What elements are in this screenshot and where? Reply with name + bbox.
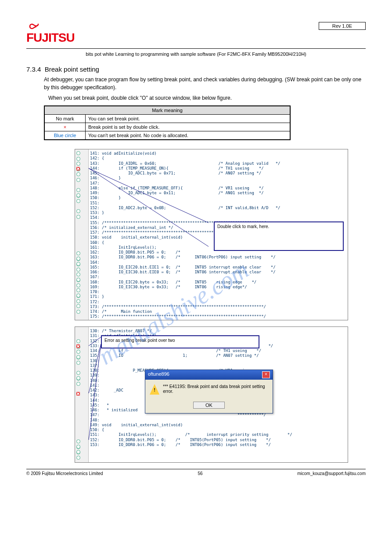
paragraph-1: At debugger, you can trace program flow … [44, 76, 366, 91]
page-footer: © 2009 Fujitsu Microelectronics Limited … [0, 469, 392, 476]
warning-icon [150, 384, 159, 395]
callout-box-2: Error as setting break point over two [101, 335, 259, 348]
breakpoint-icon[interactable] [76, 167, 80, 170]
paragraph-2: When you set break point, double click "… [48, 94, 366, 102]
doc-title: bits pot white Learning to programming w… [26, 51, 366, 57]
mark-meaning-table: Mark meaning No markYou can set break po… [44, 105, 291, 140]
error-dialog: oftune896 × *** E4119S: Break point and … [145, 370, 273, 414]
dialog-message: *** E4119S: Break point and data break p… [163, 384, 268, 394]
ok-button[interactable]: OK [193, 402, 225, 409]
section-heading: 7.3.4 Break point setting [26, 65, 366, 73]
callout-box-1: Double click to mark, here. [214, 221, 344, 251]
logo-text: FUJITSU [26, 31, 75, 44]
breakpoint-icon[interactable] [76, 392, 80, 395]
close-icon[interactable]: × [262, 371, 270, 378]
breakpoint-icon[interactable] [76, 345, 80, 348]
fujitsu-logo: FUJITSU [26, 22, 79, 45]
dialog-title: oftune896 [148, 371, 169, 378]
screenshot-2: 130: /* Thermistor_AN07 */ 131: void adI… [75, 326, 348, 463]
revision-box: Rev 1.0E [319, 22, 366, 30]
screenshot-1: 141: void adInitialize(void) 142: { 143:… [75, 149, 348, 320]
